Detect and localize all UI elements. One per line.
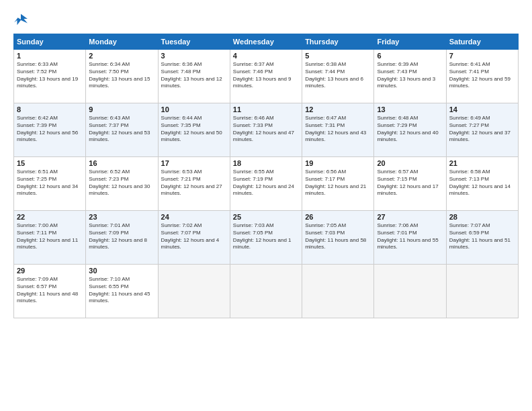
- cell-info: Sunrise: 6:36 AMSunset: 7:48 PMDaylight:…: [161, 61, 227, 90]
- day-number: 20: [377, 159, 443, 167]
- calendar-cell: 17Sunrise: 6:53 AMSunset: 7:21 PMDayligh…: [158, 157, 230, 211]
- calendar-cell: 19Sunrise: 6:56 AMSunset: 7:17 PMDayligh…: [302, 157, 374, 211]
- calendar-cell: 14Sunrise: 6:49 AMSunset: 7:27 PMDayligh…: [446, 103, 518, 157]
- col-friday: Friday: [374, 34, 446, 50]
- calendar-cell: [446, 265, 518, 318]
- cell-info: Sunrise: 6:38 AMSunset: 7:44 PMDaylight:…: [305, 61, 371, 90]
- col-monday: Monday: [86, 34, 158, 50]
- day-number: 28: [449, 213, 515, 221]
- cell-info: Sunrise: 6:43 AMSunset: 7:37 PMDaylight:…: [89, 115, 154, 144]
- day-number: 9: [89, 105, 154, 113]
- calendar-cell: 8Sunrise: 6:42 AMSunset: 7:39 PMDaylight…: [14, 103, 86, 157]
- calendar-cell: 16Sunrise: 6:52 AMSunset: 7:23 PMDayligh…: [86, 157, 158, 211]
- cell-info: Sunrise: 7:10 AMSunset: 6:55 PMDaylight:…: [89, 276, 154, 305]
- day-number: 26: [305, 213, 371, 221]
- calendar-cell: 22Sunrise: 7:00 AMSunset: 7:11 PMDayligh…: [14, 211, 86, 265]
- calendar-cell: 26Sunrise: 7:05 AMSunset: 7:03 PMDayligh…: [302, 211, 374, 265]
- calendar-cell: 6Sunrise: 6:39 AMSunset: 7:43 PMDaylight…: [374, 50, 446, 103]
- day-number: 29: [17, 267, 83, 275]
- cell-info: Sunrise: 6:49 AMSunset: 7:27 PMDaylight:…: [449, 115, 515, 144]
- logo: [13, 12, 31, 27]
- calendar-cell: 13Sunrise: 6:48 AMSunset: 7:29 PMDayligh…: [374, 103, 446, 157]
- calendar-cell: 5Sunrise: 6:38 AMSunset: 7:44 PMDaylight…: [302, 50, 374, 103]
- calendar-cell: [302, 265, 374, 318]
- logo-bird-icon: [13, 12, 28, 27]
- calendar-cell: 23Sunrise: 7:01 AMSunset: 7:09 PMDayligh…: [86, 211, 158, 265]
- calendar-header-row: Sunday Monday Tuesday Wednesday Thursday…: [14, 34, 519, 50]
- col-saturday: Saturday: [446, 34, 518, 50]
- calendar-cell: 15Sunrise: 6:51 AMSunset: 7:25 PMDayligh…: [14, 157, 86, 211]
- calendar-cell: 20Sunrise: 6:57 AMSunset: 7:15 PMDayligh…: [374, 157, 446, 211]
- cell-info: Sunrise: 7:07 AMSunset: 6:59 PMDaylight:…: [449, 222, 515, 251]
- cell-info: Sunrise: 7:02 AMSunset: 7:07 PMDaylight:…: [161, 222, 227, 251]
- calendar-cell: 25Sunrise: 7:03 AMSunset: 7:05 PMDayligh…: [230, 211, 302, 265]
- day-number: 13: [377, 105, 443, 113]
- cell-info: Sunrise: 6:52 AMSunset: 7:23 PMDaylight:…: [89, 169, 154, 197]
- day-number: 10: [161, 105, 227, 113]
- day-number: 21: [449, 159, 515, 167]
- cell-info: Sunrise: 6:34 AMSunset: 7:50 PMDaylight:…: [89, 61, 154, 90]
- calendar-cell: 27Sunrise: 7:06 AMSunset: 7:01 PMDayligh…: [374, 211, 446, 265]
- col-sunday: Sunday: [14, 34, 86, 50]
- cell-info: Sunrise: 6:46 AMSunset: 7:33 PMDaylight:…: [233, 115, 299, 144]
- day-number: 5: [305, 52, 371, 60]
- cell-info: Sunrise: 6:41 AMSunset: 7:41 PMDaylight:…: [449, 61, 515, 90]
- cell-info: Sunrise: 7:05 AMSunset: 7:03 PMDaylight:…: [305, 222, 371, 251]
- day-number: 2: [89, 52, 154, 60]
- calendar-row: 29Sunrise: 7:09 AMSunset: 6:57 PMDayligh…: [14, 265, 519, 318]
- day-number: 19: [305, 159, 371, 167]
- calendar-cell: 28Sunrise: 7:07 AMSunset: 6:59 PMDayligh…: [446, 211, 518, 265]
- cell-info: Sunrise: 7:06 AMSunset: 7:01 PMDaylight:…: [377, 222, 443, 251]
- calendar-cell: 21Sunrise: 6:58 AMSunset: 7:13 PMDayligh…: [446, 157, 518, 211]
- calendar-cell: 18Sunrise: 6:55 AMSunset: 7:19 PMDayligh…: [230, 157, 302, 211]
- day-number: 15: [17, 159, 83, 167]
- day-number: 25: [233, 213, 299, 221]
- calendar-cell: [230, 265, 302, 318]
- calendar-cell: 12Sunrise: 6:47 AMSunset: 7:31 PMDayligh…: [302, 103, 374, 157]
- day-number: 6: [377, 52, 443, 60]
- cell-info: Sunrise: 6:33 AMSunset: 7:52 PMDaylight:…: [17, 61, 83, 90]
- day-number: 7: [449, 52, 515, 60]
- calendar-cell: 7Sunrise: 6:41 AMSunset: 7:41 PMDaylight…: [446, 50, 518, 103]
- calendar-cell: 1Sunrise: 6:33 AMSunset: 7:52 PMDaylight…: [14, 50, 86, 103]
- day-number: 27: [377, 213, 443, 221]
- cell-info: Sunrise: 7:09 AMSunset: 6:57 PMDaylight:…: [17, 276, 83, 305]
- col-thursday: Thursday: [302, 34, 374, 50]
- day-number: 8: [17, 105, 83, 113]
- calendar-cell: [374, 265, 446, 318]
- cell-info: Sunrise: 7:00 AMSunset: 7:11 PMDaylight:…: [17, 222, 83, 251]
- calendar-table: Sunday Monday Tuesday Wednesday Thursday…: [13, 34, 519, 318]
- cell-info: Sunrise: 6:39 AMSunset: 7:43 PMDaylight:…: [377, 61, 443, 90]
- cell-info: Sunrise: 6:57 AMSunset: 7:15 PMDaylight:…: [377, 169, 443, 197]
- day-number: 14: [449, 105, 515, 113]
- cell-info: Sunrise: 6:47 AMSunset: 7:31 PMDaylight:…: [305, 115, 371, 144]
- calendar-cell: [158, 265, 230, 318]
- cell-info: Sunrise: 6:42 AMSunset: 7:39 PMDaylight:…: [17, 115, 83, 144]
- calendar-cell: 30Sunrise: 7:10 AMSunset: 6:55 PMDayligh…: [86, 265, 158, 318]
- day-number: 12: [305, 105, 371, 113]
- day-number: 22: [17, 213, 83, 221]
- cell-info: Sunrise: 6:37 AMSunset: 7:46 PMDaylight:…: [233, 61, 299, 90]
- day-number: 4: [233, 52, 299, 60]
- calendar-row: 8Sunrise: 6:42 AMSunset: 7:39 PMDaylight…: [14, 103, 519, 157]
- cell-info: Sunrise: 6:44 AMSunset: 7:35 PMDaylight:…: [161, 115, 227, 144]
- calendar-page: Sunday Monday Tuesday Wednesday Thursday…: [0, 0, 532, 411]
- calendar-cell: 24Sunrise: 7:02 AMSunset: 7:07 PMDayligh…: [158, 211, 230, 265]
- col-tuesday: Tuesday: [158, 34, 230, 50]
- calendar-row: 15Sunrise: 6:51 AMSunset: 7:25 PMDayligh…: [14, 157, 519, 211]
- cell-info: Sunrise: 6:56 AMSunset: 7:17 PMDaylight:…: [305, 169, 371, 197]
- calendar-cell: 2Sunrise: 6:34 AMSunset: 7:50 PMDaylight…: [86, 50, 158, 103]
- calendar-cell: 3Sunrise: 6:36 AMSunset: 7:48 PMDaylight…: [158, 50, 230, 103]
- calendar-row: 1Sunrise: 6:33 AMSunset: 7:52 PMDaylight…: [14, 50, 519, 103]
- calendar-cell: 11Sunrise: 6:46 AMSunset: 7:33 PMDayligh…: [230, 103, 302, 157]
- calendar-cell: 10Sunrise: 6:44 AMSunset: 7:35 PMDayligh…: [158, 103, 230, 157]
- cell-info: Sunrise: 6:53 AMSunset: 7:21 PMDaylight:…: [161, 169, 227, 197]
- svg-marker-0: [14, 14, 28, 26]
- calendar-row: 22Sunrise: 7:00 AMSunset: 7:11 PMDayligh…: [14, 211, 519, 265]
- day-number: 18: [233, 159, 299, 167]
- cell-info: Sunrise: 7:01 AMSunset: 7:09 PMDaylight:…: [89, 222, 154, 251]
- day-number: 17: [161, 159, 227, 167]
- day-number: 24: [161, 213, 227, 221]
- day-number: 11: [233, 105, 299, 113]
- day-number: 3: [161, 52, 227, 60]
